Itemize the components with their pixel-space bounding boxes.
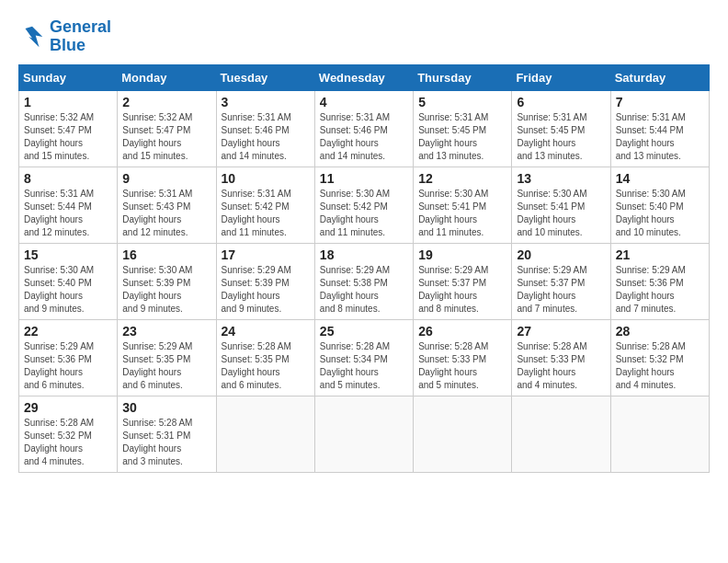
day-number: 15 [24,247,112,262]
header-saturday: Saturday [610,64,709,90]
day-info: Sunrise: 5:30 AM Sunset: 5:41 PM Dayligh… [517,188,605,239]
calendar-day-cell: 10 Sunrise: 5:31 AM Sunset: 5:42 PM Dayl… [216,167,314,243]
day-number: 22 [24,324,112,339]
calendar-day-cell: 14 Sunrise: 5:30 AM Sunset: 5:40 PM Dayl… [610,167,709,243]
day-info: Sunrise: 5:30 AM Sunset: 5:40 PM Dayligh… [24,264,112,316]
day-info: Sunrise: 5:31 AM Sunset: 5:45 PM Dayligh… [517,111,605,163]
calendar-day-cell: 28 Sunrise: 5:28 AM Sunset: 5:32 PM Dayl… [610,319,709,396]
calendar-day-cell [610,396,709,472]
calendar-day-cell: 16 Sunrise: 5:30 AM Sunset: 5:39 PM Dayl… [118,243,216,319]
day-number: 3 [222,95,310,109]
day-info: Sunrise: 5:31 AM Sunset: 5:44 PM Dayligh… [616,111,704,163]
day-info: Sunrise: 5:32 AM Sunset: 5:47 PM Dayligh… [122,111,210,163]
day-number: 11 [320,171,408,186]
day-number: 2 [122,95,210,109]
day-number: 8 [24,171,112,186]
day-info: Sunrise: 5:28 AM Sunset: 5:32 PM Dayligh… [616,340,704,392]
day-info: Sunrise: 5:29 AM Sunset: 5:39 PM Dayligh… [222,264,310,316]
calendar-day-cell: 21 Sunrise: 5:29 AM Sunset: 5:36 PM Dayl… [610,243,709,319]
day-info: Sunrise: 5:29 AM Sunset: 5:38 PM Dayligh… [320,264,408,316]
day-number: 17 [222,247,310,262]
day-info: Sunrise: 5:30 AM Sunset: 5:40 PM Dayligh… [616,188,704,239]
day-info: Sunrise: 5:31 AM Sunset: 5:45 PM Dayligh… [418,111,506,163]
svg-marker-0 [26,27,43,48]
calendar-day-cell: 3 Sunrise: 5:31 AM Sunset: 5:46 PM Dayli… [216,90,314,167]
calendar-day-cell [314,396,413,472]
calendar-day-cell: 6 Sunrise: 5:31 AM Sunset: 5:45 PM Dayli… [512,90,610,167]
calendar-header: Sunday Monday Tuesday Wednesday Thursday… [19,64,710,90]
day-number: 10 [222,171,310,186]
calendar-day-cell: 2 Sunrise: 5:32 AM Sunset: 5:47 PM Dayli… [118,90,216,167]
day-number: 21 [616,247,704,262]
calendar-day-cell: 18 Sunrise: 5:29 AM Sunset: 5:38 PM Dayl… [314,243,413,319]
calendar-day-cell: 13 Sunrise: 5:30 AM Sunset: 5:41 PM Dayl… [512,167,610,243]
day-number: 9 [122,171,210,186]
calendar-day-cell: 29 Sunrise: 5:28 AM Sunset: 5:32 PM Dayl… [19,396,118,472]
day-info: Sunrise: 5:28 AM Sunset: 5:32 PM Dayligh… [24,417,112,468]
calendar-day-cell [512,396,610,472]
calendar-day-cell: 25 Sunrise: 5:28 AM Sunset: 5:34 PM Dayl… [314,319,413,396]
day-number: 12 [418,171,506,186]
calendar-week-row: 22 Sunrise: 5:29 AM Sunset: 5:36 PM Dayl… [19,319,710,396]
logo: General Blue [18,18,111,55]
day-number: 20 [517,247,605,262]
calendar-body: 1 Sunrise: 5:32 AM Sunset: 5:47 PM Dayli… [19,90,710,472]
day-number: 1 [24,95,112,109]
day-info: Sunrise: 5:30 AM Sunset: 5:42 PM Dayligh… [320,188,408,239]
day-number: 29 [24,400,112,415]
day-number: 16 [122,247,210,262]
calendar-day-cell: 23 Sunrise: 5:29 AM Sunset: 5:35 PM Dayl… [118,319,216,396]
day-number: 24 [222,324,310,339]
day-info: Sunrise: 5:31 AM Sunset: 5:44 PM Dayligh… [24,188,112,239]
day-info: Sunrise: 5:31 AM Sunset: 5:43 PM Dayligh… [122,188,210,239]
calendar-day-cell: 12 Sunrise: 5:30 AM Sunset: 5:41 PM Dayl… [414,167,512,243]
day-info: Sunrise: 5:28 AM Sunset: 5:31 PM Dayligh… [122,417,210,468]
day-info: Sunrise: 5:29 AM Sunset: 5:36 PM Dayligh… [24,340,112,392]
calendar-day-cell: 27 Sunrise: 5:28 AM Sunset: 5:33 PM Dayl… [512,319,610,396]
day-info: Sunrise: 5:32 AM Sunset: 5:47 PM Dayligh… [24,111,112,163]
page-header: General Blue [18,18,710,55]
day-number: 19 [418,247,506,262]
calendar-week-row: 8 Sunrise: 5:31 AM Sunset: 5:44 PM Dayli… [19,167,710,243]
calendar-day-cell: 30 Sunrise: 5:28 AM Sunset: 5:31 PM Dayl… [118,396,216,472]
day-number: 14 [616,171,704,186]
day-number: 28 [616,324,704,339]
calendar-day-cell: 15 Sunrise: 5:30 AM Sunset: 5:40 PM Dayl… [19,243,118,319]
day-info: Sunrise: 5:30 AM Sunset: 5:41 PM Dayligh… [418,188,506,239]
header-thursday: Thursday [414,64,512,90]
calendar-day-cell: 7 Sunrise: 5:31 AM Sunset: 5:44 PM Dayli… [610,90,709,167]
day-info: Sunrise: 5:28 AM Sunset: 5:33 PM Dayligh… [517,340,605,392]
header-monday: Monday [118,64,216,90]
calendar-table: Sunday Monday Tuesday Wednesday Thursday… [18,64,710,473]
header-friday: Friday [512,64,610,90]
day-number: 27 [517,324,605,339]
calendar-day-cell: 5 Sunrise: 5:31 AM Sunset: 5:45 PM Dayli… [414,90,512,167]
day-number: 26 [418,324,506,339]
day-info: Sunrise: 5:30 AM Sunset: 5:39 PM Dayligh… [122,264,210,316]
calendar-day-cell: 4 Sunrise: 5:31 AM Sunset: 5:46 PM Dayli… [314,90,413,167]
calendar-week-row: 29 Sunrise: 5:28 AM Sunset: 5:32 PM Dayl… [19,396,710,472]
logo-icon [18,23,46,51]
day-info: Sunrise: 5:28 AM Sunset: 5:35 PM Dayligh… [222,340,310,392]
day-number: 25 [320,324,408,339]
day-info: Sunrise: 5:31 AM Sunset: 5:46 PM Dayligh… [222,111,310,163]
calendar-day-cell [216,396,314,472]
calendar-day-cell: 17 Sunrise: 5:29 AM Sunset: 5:39 PM Dayl… [216,243,314,319]
day-number: 13 [517,171,605,186]
logo-text: General Blue [50,18,111,55]
calendar-day-cell: 1 Sunrise: 5:32 AM Sunset: 5:47 PM Dayli… [19,90,118,167]
day-number: 6 [517,95,605,109]
day-number: 23 [122,324,210,339]
calendar-day-cell: 24 Sunrise: 5:28 AM Sunset: 5:35 PM Dayl… [216,319,314,396]
calendar-day-cell: 19 Sunrise: 5:29 AM Sunset: 5:37 PM Dayl… [414,243,512,319]
calendar-day-cell: 20 Sunrise: 5:29 AM Sunset: 5:37 PM Dayl… [512,243,610,319]
header-tuesday: Tuesday [216,64,314,90]
day-info: Sunrise: 5:31 AM Sunset: 5:42 PM Dayligh… [222,188,310,239]
day-number: 18 [320,247,408,262]
calendar-day-cell: 8 Sunrise: 5:31 AM Sunset: 5:44 PM Dayli… [19,167,118,243]
header-wednesday: Wednesday [314,64,413,90]
day-number: 5 [418,95,506,109]
day-number: 4 [320,95,408,109]
calendar-day-cell [414,396,512,472]
calendar-day-cell: 9 Sunrise: 5:31 AM Sunset: 5:43 PM Dayli… [118,167,216,243]
